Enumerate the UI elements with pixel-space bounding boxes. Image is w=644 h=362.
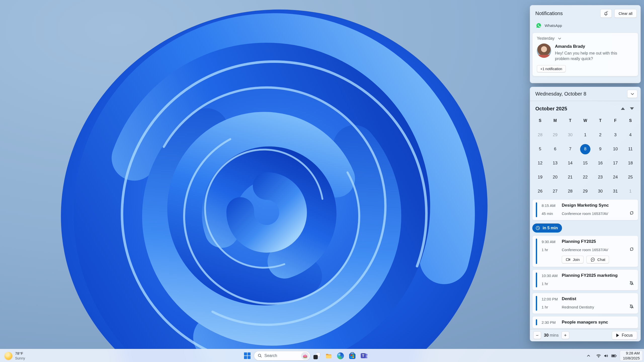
- notification-card[interactable]: Yesterday Amanda Brady Hey! Can you help…: [532, 33, 638, 76]
- calendar-day[interactable]: 18: [623, 156, 638, 170]
- task-view-button[interactable]: [311, 350, 322, 361]
- calendar-day[interactable]: 12: [533, 156, 548, 170]
- chat-button[interactable]: Chat: [586, 256, 609, 263]
- start-button[interactable]: [242, 350, 253, 361]
- edge-button[interactable]: [335, 350, 346, 361]
- next-month-button[interactable]: [627, 105, 636, 112]
- calendar-day[interactable]: 26: [533, 184, 548, 198]
- calendar-day[interactable]: 2: [593, 128, 608, 142]
- microsoft-store-button[interactable]: [347, 350, 357, 361]
- more-notifications-button[interactable]: +1 notification: [537, 65, 566, 72]
- calendar-day[interactable]: 1: [623, 184, 638, 198]
- calendar-day[interactable]: 17: [608, 156, 623, 170]
- bell-off-icon: [629, 280, 634, 286]
- increase-duration-button[interactable]: +: [561, 331, 569, 339]
- wifi-icon: [596, 353, 601, 358]
- system-tray: 9:28 AM 10/8/2025: [584, 350, 643, 361]
- lotus-flower-icon: [301, 352, 309, 360]
- calendar-day[interactable]: 31: [608, 184, 623, 198]
- agenda-list: 8:15 AMDesign Marketing Sync45 minConfer…: [530, 198, 640, 329]
- focus-duration: 30mins: [544, 333, 559, 338]
- file-explorer-button[interactable]: [323, 350, 334, 361]
- search-box[interactable]: [254, 351, 310, 360]
- calendar-day[interactable]: 29: [578, 184, 593, 198]
- notifications-header: Notifications z z Clear all: [530, 5, 640, 19]
- focus-button[interactable]: Focus: [612, 331, 637, 340]
- network-volume-battery-button[interactable]: [594, 351, 619, 361]
- calendar-day[interactable]: 30: [563, 128, 578, 142]
- weekday-header: W: [578, 113, 593, 128]
- calendar-day[interactable]: 28: [533, 128, 548, 142]
- search-input[interactable]: [264, 353, 299, 358]
- event-time: 9:30 AM: [542, 240, 560, 244]
- calendar-day[interactable]: 13: [548, 156, 563, 170]
- calendar-day[interactable]: 15: [578, 156, 593, 170]
- calendar-day[interactable]: 28: [563, 184, 578, 198]
- calendar-day[interactable]: 19: [533, 170, 548, 184]
- clock-button[interactable]: 9:28 AM 10/8/2025: [620, 350, 643, 361]
- clear-all-button[interactable]: Clear all: [614, 9, 637, 18]
- event-card[interactable]: 9:30 AMPlanning FY20251 hrConference roo…: [532, 236, 638, 267]
- event-accent-bar: [536, 202, 537, 217]
- reminder-badge: in 5 min: [532, 223, 562, 233]
- previous-month-button[interactable]: [618, 105, 627, 112]
- notification-app-group[interactable]: WhatsApp: [530, 19, 640, 29]
- join-button-label: Join: [573, 257, 580, 262]
- calendar-day-selected[interactable]: 8: [578, 142, 593, 156]
- calendar-day[interactable]: 10: [608, 142, 623, 156]
- play-icon: [616, 334, 619, 337]
- event-card[interactable]: 8:15 AMDesign Marketing Sync45 minConfer…: [532, 199, 638, 220]
- calendar-day[interactable]: 4: [623, 128, 638, 142]
- do-not-disturb-button[interactable]: z z: [600, 9, 612, 18]
- windows-logo-icon: [244, 352, 251, 359]
- calendar-day[interactable]: 6: [548, 142, 563, 156]
- calendar-flyout: Wednesday, October 8 October 2025 SMTWTF…: [530, 87, 641, 341]
- calendar-day[interactable]: 14: [563, 156, 578, 170]
- event-duration: 1 hr: [542, 282, 560, 286]
- event-accent-bar: [536, 273, 537, 287]
- join-button[interactable]: Join: [562, 256, 584, 263]
- calendar-day[interactable]: 23: [593, 170, 608, 184]
- taskbar: 78°F Sunny: [0, 349, 644, 362]
- focus-duration-unit: mins: [550, 333, 559, 338]
- event-card[interactable]: 12:00 PMDentist1 hrRedmond Dentistry: [532, 293, 638, 314]
- calendar-day[interactable]: 3: [608, 128, 623, 142]
- widgets-weather-button[interactable]: 78°F Sunny: [2, 350, 28, 361]
- teams-button[interactable]: T: [359, 350, 369, 361]
- calendar-day[interactable]: 30: [593, 184, 608, 198]
- calendar-day[interactable]: 20: [548, 170, 563, 184]
- event-card[interactable]: 2:30 PMPeople managers sync: [532, 316, 638, 328]
- calendar-day[interactable]: 7: [563, 142, 578, 156]
- calendar-day[interactable]: 11: [623, 142, 638, 156]
- calendar-day[interactable]: 5: [533, 142, 548, 156]
- calendar-day[interactable]: 22: [578, 170, 593, 184]
- repeat-icon: [629, 246, 634, 252]
- calendar-date-header: Wednesday, October 8: [530, 87, 640, 101]
- chevron-up-icon: [586, 354, 591, 358]
- collapse-calendar-button[interactable]: [627, 90, 637, 98]
- event-card[interactable]: 10:30 AMPlanning FY2025 marketing1 hr: [532, 269, 638, 290]
- calendar-day[interactable]: 21: [563, 170, 578, 184]
- event-accent-bar: [536, 296, 537, 311]
- chevron-down-icon: [630, 92, 635, 96]
- chevron-down-icon[interactable]: [557, 36, 562, 41]
- sun-icon: [5, 352, 12, 360]
- calendar-day[interactable]: 24: [608, 170, 623, 184]
- calendar-day[interactable]: 16: [593, 156, 608, 170]
- file-explorer-icon: [325, 352, 332, 359]
- notification-body: Amanda Brady Hey! Can you help me out wi…: [537, 43, 634, 62]
- weekday-header: M: [548, 113, 563, 128]
- whatsapp-icon: [536, 23, 542, 28]
- calendar-day[interactable]: 9: [593, 142, 608, 156]
- svg-text:z: z: [608, 11, 608, 12]
- tray-overflow-button[interactable]: [584, 351, 593, 361]
- notification-app-name: WhatsApp: [545, 23, 562, 28]
- decrease-duration-button[interactable]: −: [533, 331, 541, 339]
- calendar-day[interactable]: 29: [548, 128, 563, 142]
- calendar-day[interactable]: 1: [578, 128, 593, 142]
- calendar-day[interactable]: 25: [623, 170, 638, 184]
- calendar-day[interactable]: 27: [548, 184, 563, 198]
- avatar: [537, 43, 551, 58]
- weekday-header: S: [533, 113, 548, 128]
- event-title: Dentist: [562, 296, 634, 301]
